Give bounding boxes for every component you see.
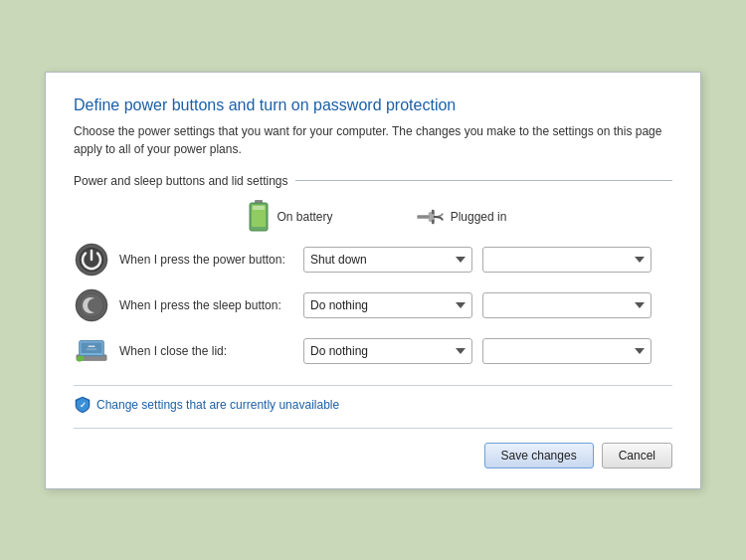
- sleep-button-icon: [75, 288, 108, 322]
- footer-divider: [74, 428, 672, 429]
- sleep-button-dropdowns: Do nothing Shut down Sleep Hibernate Do …: [303, 292, 652, 318]
- section-header: Power and sleep buttons and lid settings: [74, 174, 672, 188]
- plugged-column-header: Plugged in: [387, 207, 536, 227]
- svg-rect-7: [432, 219, 435, 224]
- change-settings-link[interactable]: ✓ Change settings that are currently una…: [74, 396, 672, 414]
- close-lid-label: When I close the lid:: [119, 344, 303, 358]
- dialog-description: Choose the power settings that you want …: [74, 122, 672, 158]
- change-settings-divider: [74, 385, 672, 386]
- section-divider-line: [295, 180, 672, 181]
- sleep-button-row: When I press the sleep button: Do nothin…: [74, 287, 672, 323]
- change-settings-text: Change settings that are currently unava…: [96, 398, 339, 412]
- plug-icon: [417, 207, 445, 227]
- dialog-title: Define power buttons and turn on passwor…: [74, 96, 672, 114]
- power-options-dialog: Define power buttons and turn on passwor…: [45, 72, 701, 489]
- column-headers: On battery Plugged in: [203, 200, 672, 234]
- power-button-plugged-select[interactable]: Shut down Do nothing Sleep Hibernate: [482, 247, 652, 273]
- close-lid-icon-wrap: [74, 333, 109, 369]
- power-button-icon-wrap: [74, 242, 109, 278]
- svg-rect-14: [82, 342, 102, 352]
- svg-rect-4: [417, 215, 430, 219]
- power-button-battery-select[interactable]: Shut down Do nothing Sleep Hibernate: [303, 247, 472, 273]
- sleep-button-plugged-select[interactable]: Do nothing Shut down Sleep Hibernate: [482, 292, 652, 318]
- footer-buttons: Save changes Cancel: [74, 443, 672, 468]
- sleep-button-icon-wrap: [74, 287, 109, 323]
- plugged-column-label: Plugged in: [451, 210, 507, 224]
- section-label: Power and sleep buttons and lid settings: [74, 174, 287, 188]
- svg-text:✓: ✓: [80, 401, 87, 410]
- sleep-button-battery-select[interactable]: Do nothing Shut down Sleep Hibernate: [303, 292, 472, 318]
- close-lid-icon: [75, 337, 108, 365]
- power-button-icon: [75, 243, 108, 277]
- shield-icon: ✓: [74, 396, 92, 414]
- cancel-button[interactable]: Cancel: [602, 443, 672, 468]
- sleep-button-label: When I press the sleep button:: [119, 298, 303, 312]
- battery-column-label: On battery: [277, 210, 332, 224]
- power-button-label: When I press the power button:: [119, 253, 303, 267]
- close-lid-dropdowns: Do nothing Shut down Sleep Hibernate Do …: [303, 338, 652, 364]
- close-lid-row: When I close the lid: Do nothing Shut do…: [74, 333, 672, 369]
- svg-rect-6: [432, 209, 435, 214]
- battery-icon: [247, 200, 271, 234]
- close-lid-plugged-select[interactable]: Do nothing Shut down Sleep Hibernate: [482, 338, 652, 364]
- battery-column-header: On battery: [203, 200, 377, 234]
- close-lid-battery-select[interactable]: Do nothing Shut down Sleep Hibernate: [303, 338, 472, 364]
- save-changes-button[interactable]: Save changes: [484, 443, 594, 468]
- power-button-row: When I press the power button: Shut down…: [74, 242, 672, 278]
- power-button-dropdowns: Shut down Do nothing Sleep Hibernate Shu…: [303, 247, 652, 273]
- svg-rect-3: [253, 206, 265, 210]
